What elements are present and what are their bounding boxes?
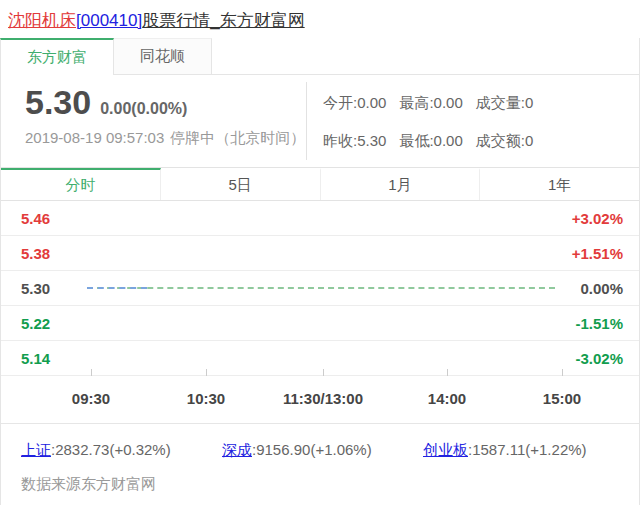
title-suffix: 股票行情_东方财富网 — [142, 11, 304, 30]
tab-eastmoney[interactable]: 东方财富 — [0, 38, 114, 75]
stat-high: 最高:0.00 — [399, 94, 462, 113]
price-change: 0.00(0.00%) — [100, 100, 187, 118]
quote-widget: 5.30 0.00(0.00%) 2019-08-19 09:57:03停牌中（… — [0, 75, 640, 505]
price-level-label: 5.14 — [21, 350, 50, 367]
time-label: 15:00 — [543, 390, 581, 407]
price-level-row: 5.14 -3.02% — [1, 341, 639, 376]
current-price: 5.30 — [25, 85, 91, 121]
price-level-row-prev-close: 5.30 0.00% — [1, 271, 639, 306]
trading-status: 停牌中（北京时间） — [170, 129, 305, 146]
stat-turnover: 成交额:0 — [476, 132, 534, 151]
stats-row: 昨收:5.30 最低:0.00 成交额:0 — [323, 132, 533, 151]
page-title-link[interactable]: 沈阳机床[000410]股票行情_东方财富网 — [8, 9, 305, 32]
quote-stats: 今开:0.00 最高:0.00 成交量:0 昨收:5.30 最低:0.00 成交… — [306, 82, 533, 160]
time-label: 11:30/13:00 — [283, 390, 363, 407]
price-level-label: 5.38 — [21, 245, 50, 262]
quote-datetime: 2019-08-19 09:57:03 — [25, 129, 164, 146]
x-axis-tick — [447, 369, 448, 376]
prev-close-dashed-line — [87, 287, 555, 289]
x-axis-tick — [562, 369, 563, 376]
stats-row: 今开:0.00 最高:0.00 成交量:0 — [323, 94, 533, 113]
time-label: 14:00 — [428, 390, 466, 407]
time-label: 10:30 — [187, 390, 225, 407]
tab-1year[interactable]: 1年 — [480, 168, 639, 200]
x-axis-tick — [323, 369, 324, 376]
index-chinext-link[interactable]: 创业板 — [423, 441, 468, 458]
intraday-chart: 5.46 +3.02% 5.38 +1.51% 5.30 0.00% 5.22 … — [1, 201, 639, 376]
price-level-label: 5.46 — [21, 210, 50, 227]
quote-header: 5.30 0.00(0.00%) 2019-08-19 09:57:03停牌中（… — [1, 75, 639, 168]
price-level-row: 5.46 +3.02% — [1, 201, 639, 236]
market-indices: 上证:2832.73(+0.32%) 深成:9156.90(+1.06%) 创业… — [1, 424, 639, 460]
index-shanghai-link[interactable]: 上证 — [21, 441, 51, 458]
index-chinext: 创业板:1587.11(+1.22%) — [423, 441, 624, 460]
stock-name: 沈阳机床 — [8, 11, 76, 30]
data-source-note: 数据来源东方财富网 — [1, 460, 639, 505]
index-shanghai: 上证:2832.73(+0.32%) — [21, 441, 222, 460]
price-level-percent: 0.00% — [580, 280, 623, 297]
stat-open: 今开:0.00 — [323, 94, 386, 113]
price-level-row: 5.22 -1.51% — [1, 306, 639, 341]
stat-volume: 成交量:0 — [476, 94, 534, 113]
tab-5day[interactable]: 5日 — [161, 168, 321, 200]
price-level-percent: +1.51% — [572, 245, 623, 262]
price-line — [87, 287, 147, 289]
period-tab-bar: 分时 5日 1月 1年 — [1, 168, 639, 201]
index-shenzhen: 深成:9156.90(+1.06%) — [222, 441, 423, 460]
source-tab-bar: 东方财富 同花顺 — [0, 38, 640, 75]
price-level-percent: -1.51% — [575, 315, 623, 332]
stat-low: 最低:0.00 — [399, 132, 462, 151]
price-level-row: 5.38 +1.51% — [1, 236, 639, 271]
time-axis: 09:30 10:30 11:30/13:00 14:00 15:00 — [1, 376, 639, 424]
price-level-label: 5.30 — [21, 280, 50, 297]
price-level-percent: +3.02% — [572, 210, 623, 227]
tab-bar-filler — [212, 38, 640, 75]
index-value: :1587.11(+1.22%) — [468, 441, 587, 458]
index-value: :2832.73(+0.32%) — [51, 441, 171, 458]
index-shenzhen-link[interactable]: 深成 — [222, 441, 252, 458]
time-label: 09:30 — [72, 390, 110, 407]
stock-code: [000410] — [76, 11, 142, 30]
index-value: :9156.90(+1.06%) — [252, 441, 372, 458]
x-axis-tick — [91, 369, 92, 376]
tab-intraday[interactable]: 分时 — [1, 168, 161, 200]
tab-1month[interactable]: 1月 — [321, 168, 481, 200]
price-level-percent: -3.02% — [575, 350, 623, 367]
tab-tonghuashun[interactable]: 同花顺 — [114, 38, 212, 75]
stat-prev-close: 昨收:5.30 — [323, 132, 386, 151]
x-axis-tick — [206, 369, 207, 376]
price-level-label: 5.22 — [21, 315, 50, 332]
